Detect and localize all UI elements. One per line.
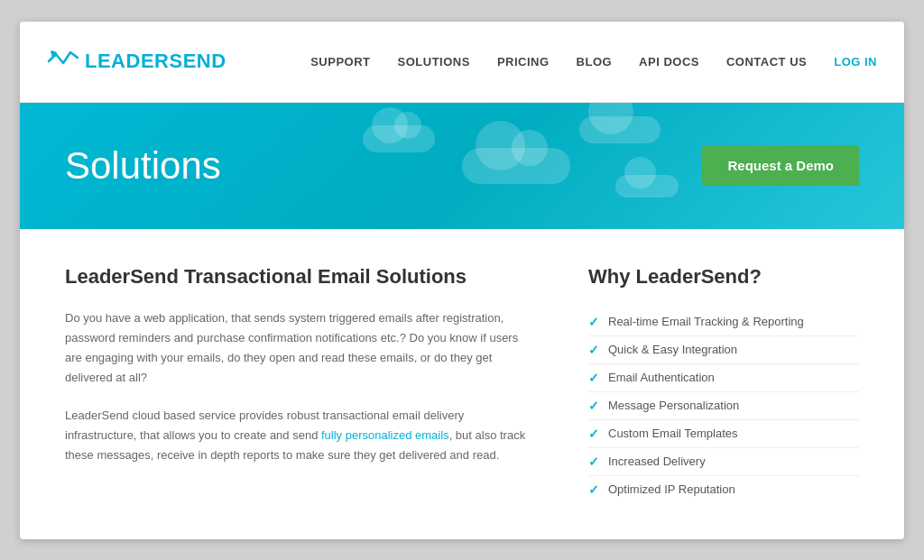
- cloud-3: [579, 116, 661, 143]
- feature-item-2: ✓Email Authentication: [588, 364, 859, 392]
- feature-label-2: Email Authentication: [608, 371, 715, 384]
- logo-icon: [47, 45, 79, 78]
- body-paragraph-2: LeaderSend cloud based service provides …: [65, 406, 534, 465]
- main-nav: SUPPORT SOLUTIONS PRICING BLOG API DOCS …: [310, 55, 877, 69]
- nav-solutions[interactable]: SOLUTIONS: [398, 55, 470, 69]
- feature-item-5: ✓Increased Delivery: [588, 448, 859, 476]
- feature-label-0: Real-time Email Tracking & Reporting: [608, 315, 804, 328]
- logo[interactable]: LEADERSEND: [47, 45, 226, 78]
- check-icon-4: ✓: [588, 427, 599, 441]
- solutions-title: LeaderSend Transactional Email Solutions: [65, 265, 534, 289]
- feature-item-3: ✓Message Personalization: [588, 392, 859, 420]
- feature-list: ✓Real-time Email Tracking & Reporting✓Qu…: [588, 308, 859, 503]
- body-paragraph-1: Do you have a web application, that send…: [65, 308, 534, 388]
- nav-support[interactable]: SUPPORT: [310, 55, 370, 69]
- feature-label-5: Increased Delivery: [608, 454, 706, 468]
- logo-leader: LEADER: [85, 50, 169, 72]
- feature-item-4: ✓Custom Email Templates: [588, 420, 859, 448]
- nav-api-docs[interactable]: API DOCS: [639, 55, 699, 69]
- left-column: LeaderSend Transactional Email Solutions…: [65, 265, 534, 503]
- logo-text: LEADERSEND: [85, 50, 226, 73]
- request-demo-button[interactable]: Request a Demo: [702, 145, 859, 186]
- right-column: Why LeaderSend? ✓Real-time Email Trackin…: [588, 265, 859, 503]
- nav-blog[interactable]: BLOG: [577, 55, 613, 69]
- check-icon-5: ✓: [588, 454, 599, 469]
- check-icon-2: ✓: [588, 371, 599, 385]
- main-content: LeaderSend Transactional Email Solutions…: [20, 229, 904, 539]
- hero-title: Solutions: [65, 144, 221, 188]
- hero-section: Solutions Request a Demo: [20, 103, 904, 229]
- nav-login[interactable]: LOG IN: [834, 55, 877, 69]
- feature-label-1: Quick & Easy Integration: [608, 343, 737, 356]
- feature-item-1: ✓Quick & Easy Integration: [588, 336, 859, 364]
- paragraph2-highlight[interactable]: fully personalized emails: [321, 428, 449, 442]
- page-wrapper: LEADERSEND SUPPORT SOLUTIONS PRICING BLO…: [20, 22, 904, 539]
- check-icon-3: ✓: [588, 399, 599, 413]
- feature-item-6: ✓Optimized IP Reputation: [588, 476, 859, 503]
- check-icon-0: ✓: [588, 315, 599, 329]
- feature-label-4: Custom Email Templates: [608, 427, 738, 440]
- feature-label-3: Message Personalization: [608, 399, 739, 412]
- header: LEADERSEND SUPPORT SOLUTIONS PRICING BLO…: [20, 22, 904, 103]
- nav-contact-us[interactable]: CONTACT US: [726, 55, 807, 69]
- cloud-4: [615, 175, 679, 197]
- nav-pricing[interactable]: PRICING: [497, 55, 550, 69]
- feature-item-0: ✓Real-time Email Tracking & Reporting: [588, 308, 859, 336]
- check-icon-6: ✓: [588, 482, 599, 497]
- cloud-1: [363, 125, 435, 152]
- why-leadersend-title: Why LeaderSend?: [588, 265, 859, 289]
- feature-label-6: Optimized IP Reputation: [608, 482, 735, 496]
- check-icon-1: ✓: [588, 343, 599, 357]
- cloud-2: [462, 148, 570, 184]
- logo-send: SEND: [169, 50, 226, 72]
